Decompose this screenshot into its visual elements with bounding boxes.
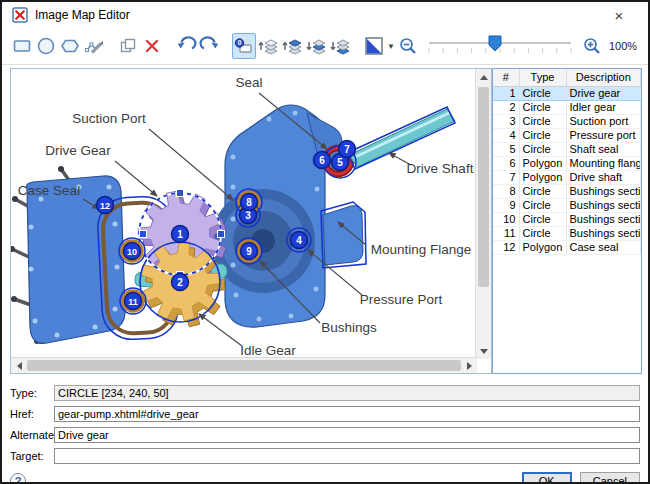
column-header: Description	[566, 69, 641, 86]
ellipse-icon	[35, 35, 57, 57]
ellipse-tool-button[interactable]	[34, 33, 58, 59]
delete-icon	[141, 35, 163, 57]
zoom-level: 100%	[609, 40, 643, 52]
scroll-right-button[interactable]	[461, 358, 477, 374]
main-area: SealSuction PortDrive GearCase SealDrive…	[2, 64, 648, 376]
target-label: Target:	[10, 450, 54, 462]
table-header-row: #TypeDescription	[493, 69, 641, 86]
table-row[interactable]: 6PolygonMounting flange	[493, 156, 641, 170]
svg-text:10: 10	[127, 247, 137, 257]
table-row[interactable]: 8CircleBushings section	[493, 184, 641, 198]
titlebar: Image Map Editor ×	[2, 2, 648, 28]
part-label: Drive Gear	[45, 143, 111, 158]
svg-text:5: 5	[337, 157, 343, 168]
color-swatch-icon	[363, 35, 385, 57]
cancel-button[interactable]: Cancel	[580, 472, 640, 484]
table-row[interactable]: 1CircleDrive gear	[493, 86, 641, 100]
vertical-scroll-thumb[interactable]	[478, 87, 489, 287]
region-marker-4[interactable]: 4	[291, 232, 308, 249]
toolbar: 0	[2, 28, 648, 64]
zoom-in-icon	[582, 36, 602, 56]
region-marker-8[interactable]: 8	[241, 194, 258, 211]
table-row[interactable]: 2CircleIdler gear	[493, 100, 641, 114]
send-to-back-button[interactable]	[328, 33, 352, 59]
scroll-left-button[interactable]	[11, 358, 27, 374]
fields: Type:Href:Alternate:Target:	[2, 376, 648, 468]
delete-button[interactable]	[140, 33, 164, 59]
svg-text:7: 7	[344, 144, 350, 155]
footer: ? OK Cancel	[2, 468, 648, 484]
region-marker-12[interactable]: 12	[97, 197, 114, 214]
part-label: Seal	[235, 75, 262, 90]
zoom-in-button[interactable]	[579, 33, 605, 59]
part-label: Pressure Port	[360, 292, 443, 307]
horizontal-scrollbar[interactable]	[11, 357, 477, 373]
part-label: Suction Port	[72, 111, 146, 126]
color-chooser-button[interactable]	[362, 33, 386, 59]
region-marker-7[interactable]: 7	[339, 141, 356, 158]
svg-text:1: 1	[177, 229, 183, 240]
svg-text:6: 6	[319, 155, 325, 166]
svg-text:0: 0	[238, 39, 242, 46]
duplicate-button[interactable]	[116, 33, 140, 59]
target-field[interactable]	[54, 448, 640, 464]
rectangle-icon	[11, 35, 33, 57]
zoom-slider-thumb[interactable]	[489, 36, 501, 51]
part-label: Case Seal	[18, 183, 80, 198]
vertical-scrollbar[interactable]	[475, 69, 491, 359]
part-label: Bushings	[321, 320, 377, 335]
rectangle-tool-button[interactable]	[10, 33, 34, 59]
zoom-out-button[interactable]	[395, 33, 421, 59]
image-map-canvas[interactable]: SealSuction PortDrive GearCase SealDrive…	[10, 68, 492, 374]
bring-to-front-icon	[281, 35, 303, 57]
down-arrow-icon	[480, 349, 488, 354]
polygon-icon	[59, 35, 81, 57]
table-row[interactable]: 7PolygonDrive shaft	[493, 170, 641, 184]
alternate-field[interactable]	[54, 427, 640, 443]
color-dropdown-caret-icon[interactable]: ▼	[387, 42, 395, 51]
toggle-numbers-button[interactable]: 0	[232, 33, 256, 59]
bring-forward-icon	[257, 35, 279, 57]
left-arrow-icon	[17, 362, 22, 370]
close-button[interactable]: ×	[608, 5, 630, 25]
scroll-up-button[interactable]	[476, 69, 492, 85]
undo-button[interactable]	[174, 33, 198, 59]
redo-button[interactable]	[198, 33, 222, 59]
part-label: Drive Shaft	[407, 161, 474, 176]
send-to-back-icon	[329, 35, 351, 57]
redo-icon	[199, 35, 221, 57]
region-marker-11[interactable]: 11	[125, 293, 142, 310]
table-row[interactable]: 3CircleSuction port	[493, 114, 641, 128]
close-icon: ×	[615, 7, 624, 24]
region-marker-10[interactable]: 10	[124, 243, 141, 260]
edit-points-tool-button[interactable]	[82, 33, 106, 59]
ok-button[interactable]: OK	[522, 472, 572, 484]
scroll-down-button[interactable]	[476, 343, 492, 359]
bring-forward-button[interactable]	[256, 33, 280, 59]
help-button[interactable]: ?	[10, 473, 26, 484]
table-row[interactable]: 5CircleShaft seal	[493, 142, 641, 156]
part-label: Mounting Flange	[371, 242, 472, 257]
zoom-slider[interactable]	[425, 34, 575, 58]
bring-to-front-button[interactable]	[280, 33, 304, 59]
svg-text:9: 9	[246, 246, 252, 257]
region-marker-9[interactable]: 9	[241, 243, 258, 260]
send-backward-button[interactable]	[304, 33, 328, 59]
region-marker-1[interactable]: 1	[172, 226, 189, 243]
href-field[interactable]	[54, 406, 640, 422]
table-row[interactable]: 4CirclePressure port	[493, 128, 641, 142]
region-marker-6[interactable]: 6	[314, 152, 331, 169]
alternate-label: Alternate:	[10, 429, 54, 441]
svg-text:12: 12	[100, 201, 110, 211]
table-row[interactable]: 11CircleBushings section	[493, 226, 641, 240]
table-row[interactable]: 10CircleBushings section	[493, 212, 641, 226]
polygon-tool-button[interactable]	[58, 33, 82, 59]
region-marker-2[interactable]: 2	[172, 274, 189, 291]
table-row[interactable]: 12PolygonCase seal	[493, 240, 641, 254]
table-row[interactable]: 9CircleBushings section	[493, 198, 641, 212]
horizontal-scroll-thumb[interactable]	[27, 360, 461, 371]
window-title: Image Map Editor	[35, 8, 608, 22]
edit-points-icon	[83, 35, 105, 57]
type-field	[54, 385, 640, 401]
duplicate-icon	[117, 35, 139, 57]
